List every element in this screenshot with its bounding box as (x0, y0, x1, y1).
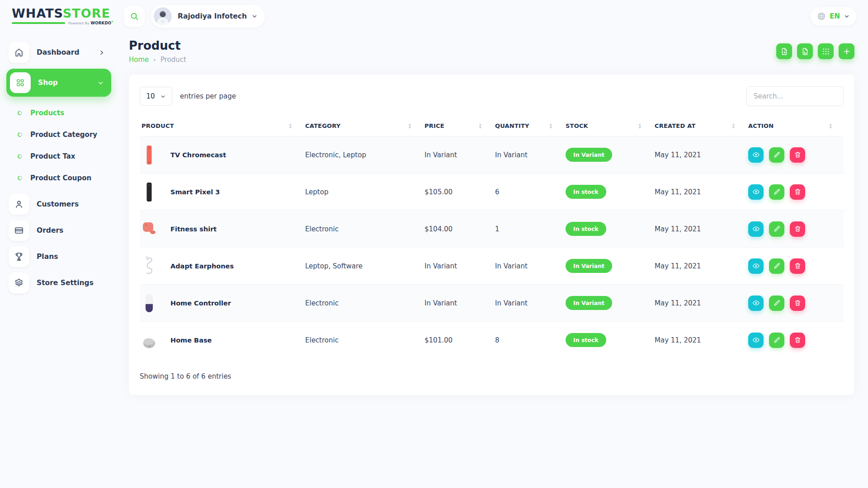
product-created-at: May 11, 2021 (653, 211, 746, 248)
column-header-created-at[interactable]: CREATED AT▴▾ (653, 115, 746, 136)
column-header-price[interactable]: PRICE▴▾ (423, 115, 493, 136)
edit-icon (773, 225, 781, 233)
edit-button[interactable] (769, 296, 784, 311)
delete-button[interactable] (790, 147, 805, 163)
sidebar: Dashboard Shop Products Product Category… (0, 33, 118, 395)
product-category: Leptop, Software (303, 248, 423, 285)
page-actions (776, 43, 854, 59)
product-category: Electronic (303, 211, 423, 248)
product-name: Home Base (170, 337, 212, 344)
view-icon (752, 336, 760, 344)
shop-icon (15, 78, 25, 88)
view-button[interactable] (748, 147, 764, 163)
breadcrumb: Home › Product (129, 56, 186, 64)
edit-icon (773, 336, 781, 344)
view-button[interactable] (748, 333, 764, 348)
logo-tagline: Powered By WORKDO (12, 21, 118, 25)
sidebar-item-label: Orders (37, 226, 63, 235)
sidebar-item-product-tax[interactable]: Product Tax (6, 145, 111, 167)
grid-view-button[interactable] (818, 43, 834, 59)
sidebar-item-label: Shop (38, 79, 58, 87)
product-quantity: In Variant (493, 136, 564, 174)
app-logo[interactable]: WHATSSTORE Powered By WORKDO (12, 7, 118, 25)
sidebar-item-label: Product Category (30, 131, 97, 139)
view-icon (752, 225, 760, 233)
product-table: PRODUCT▴▾CATEGORY▴▾PRICE▴▾QUANTITY▴▾STOC… (140, 115, 844, 359)
delete-button[interactable] (790, 258, 805, 274)
breadcrumb-home-link[interactable]: Home (129, 56, 149, 64)
home-icon (14, 47, 24, 57)
edit-button[interactable] (769, 333, 784, 348)
import-icon (801, 47, 809, 56)
product-quantity: 6 (493, 174, 564, 211)
product-created-at: May 11, 2021 (653, 136, 746, 174)
sort-icon: ▴▾ (830, 122, 832, 129)
column-header-action[interactable]: ACTION▴▾ (746, 115, 844, 136)
sidebar-item-shop[interactable]: Shop (6, 69, 111, 97)
sort-icon: ▴▾ (639, 122, 641, 129)
table-row: Adapt EarphonesLeptop, SoftwareIn Varian… (140, 248, 844, 285)
search-button[interactable] (124, 6, 145, 27)
sidebar-item-label: Customers (37, 200, 79, 208)
product-name: Home Controller (170, 300, 231, 307)
edit-button[interactable] (769, 147, 784, 163)
sidebar-item-label: Product Coupon (30, 174, 91, 182)
delete-button[interactable] (790, 221, 805, 237)
view-button[interactable] (748, 258, 764, 274)
entries-per-page-select[interactable]: 10 (140, 87, 172, 106)
sidebar-item-customers[interactable]: Customers (6, 192, 111, 217)
logo-underline (12, 22, 65, 24)
user-menu[interactable]: Rajodiya Infotech (151, 5, 265, 28)
view-button[interactable] (748, 221, 764, 237)
column-header-stock[interactable]: STOCK▴▾ (564, 115, 653, 136)
column-header-product[interactable]: PRODUCT▴▾ (140, 115, 303, 136)
product-price: In Variant (423, 285, 493, 322)
product-name: Adapt Earphones (170, 263, 234, 270)
sidebar-item-products[interactable]: Products (6, 102, 111, 124)
sidebar-item-product-coupon[interactable]: Product Coupon (6, 167, 111, 189)
edit-icon (773, 262, 781, 270)
edit-button[interactable] (769, 221, 784, 237)
edit-button[interactable] (769, 184, 784, 200)
chevron-down-icon (160, 94, 166, 99)
delete-icon (794, 336, 802, 344)
add-product-button[interactable] (839, 43, 854, 59)
delete-icon (794, 151, 802, 159)
product-image (142, 218, 157, 240)
sidebar-item-store-settings[interactable]: Store Settings (6, 270, 111, 296)
delete-button[interactable] (790, 296, 805, 311)
bullet-icon (17, 153, 23, 159)
delete-button[interactable] (790, 184, 805, 200)
product-image (142, 329, 157, 351)
delete-button[interactable] (790, 333, 805, 348)
product-image (142, 255, 157, 277)
add-product-icon (843, 47, 851, 56)
table-row: Fitness shirtElectronic$104.001In stockM… (140, 211, 844, 248)
product-quantity: 8 (493, 322, 564, 359)
language-selector[interactable]: EN (811, 7, 856, 25)
product-image (142, 144, 157, 166)
store-settings-icon (14, 278, 24, 288)
sidebar-item-label: Products (30, 109, 64, 117)
sort-icon: ▴▾ (479, 122, 481, 129)
import-button[interactable] (797, 43, 813, 59)
table-row: Home ControllerElectronicIn VariantIn Va… (140, 285, 844, 322)
view-button[interactable] (748, 296, 764, 311)
sidebar-item-dashboard[interactable]: Dashboard (6, 40, 111, 65)
globe-icon (817, 12, 826, 21)
sort-icon: ▴▾ (409, 122, 411, 129)
edit-button[interactable] (769, 258, 784, 274)
export-button[interactable] (776, 43, 792, 59)
view-button[interactable] (748, 184, 764, 200)
sidebar-item-product-category[interactable]: Product Category (6, 124, 111, 145)
search-input[interactable] (746, 86, 844, 106)
sidebar-item-orders[interactable]: Orders (6, 218, 111, 243)
column-header-quantity[interactable]: QUANTITY▴▾ (493, 115, 564, 136)
sort-icon: ▴▾ (550, 122, 552, 129)
sidebar-item-plans[interactable]: Plans (6, 244, 111, 269)
delete-icon (794, 262, 802, 270)
product-quantity: In Variant (493, 248, 564, 285)
product-table-body: TV ChromecastElectronic, LeptopIn Varian… (140, 136, 844, 359)
entries-value: 10 (146, 92, 155, 100)
column-header-category[interactable]: CATEGORY▴▾ (303, 115, 423, 136)
